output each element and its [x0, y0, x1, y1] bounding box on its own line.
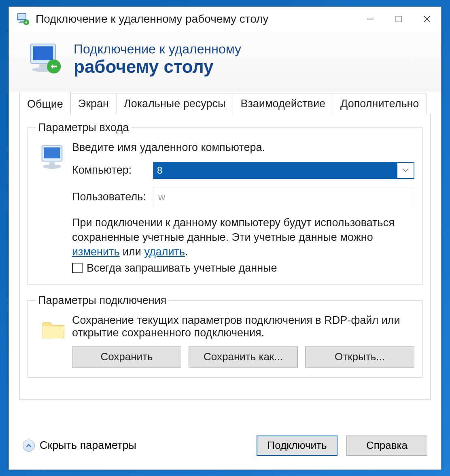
header: Подключение к удаленному рабочему столу: [9, 31, 441, 92]
hide-options-label: Скрыть параметры: [40, 439, 136, 452]
tab-panel-general: Параметры входа Введите имя удаленного к…: [19, 114, 431, 400]
minimize-button[interactable]: [356, 9, 384, 29]
folder-icon: [36, 314, 72, 343]
tab-general[interactable]: Общие: [19, 92, 71, 115]
user-field[interactable]: w: [153, 187, 414, 207]
edit-creds-link[interactable]: изменить: [72, 246, 119, 258]
maximize-button[interactable]: [384, 9, 413, 29]
titlebar: Подключение к удаленному рабочему столу: [9, 7, 441, 31]
svg-rect-15: [44, 147, 60, 158]
conn-group-legend: Параметры подключения: [36, 294, 169, 307]
rdp-dialog: Подключение к удаленному рабочему столу: [8, 6, 442, 470]
tabs: Общие Экран Локальные ресурсы Взаимодейс…: [9, 92, 441, 114]
computer-value[interactable]: 8: [154, 163, 397, 178]
chevron-down-icon[interactable]: [397, 163, 414, 178]
save-as-button[interactable]: Сохранить как...: [189, 346, 298, 368]
window-controls: [356, 9, 441, 29]
user-label: Пользователь:: [72, 191, 153, 203]
conn-group: Параметры подключения Сохранение текущих…: [27, 294, 423, 378]
login-group-legend: Параметры входа: [36, 121, 131, 134]
login-prompt: Введите имя удаленного компьютера.: [72, 141, 414, 154]
close-button[interactable]: [413, 9, 441, 29]
svg-rect-10: [33, 46, 53, 60]
computer-icon: [36, 141, 72, 172]
hide-options-toggle[interactable]: Скрыть параметры: [23, 439, 136, 452]
tab-local-resources[interactable]: Локальные ресурсы: [116, 93, 233, 114]
app-icon: [15, 11, 32, 28]
computer-combobox[interactable]: 8: [153, 162, 414, 179]
help-button[interactable]: Справка: [346, 436, 427, 456]
tab-display[interactable]: Экран: [70, 93, 117, 114]
header-text: Подключение к удаленному рабочему столу: [74, 42, 241, 77]
footer: Скрыть параметры Подключить Справка: [9, 427, 441, 470]
always-prompt-checkbox[interactable]: Всегда запрашивать учетные данные: [72, 262, 414, 274]
collapse-up-icon[interactable]: [23, 440, 35, 452]
save-button[interactable]: Сохранить: [72, 346, 181, 368]
svg-rect-1: [18, 14, 25, 19]
header-icon: [25, 39, 66, 80]
svg-rect-2: [20, 21, 24, 22]
delete-creds-link[interactable]: удалить: [144, 246, 185, 258]
login-group: Параметры входа Введите имя удаленного к…: [27, 121, 423, 285]
checkbox-label: Всегда запрашивать учетные данные: [87, 262, 277, 274]
tab-advanced[interactable]: Дополнительно: [333, 93, 427, 114]
checkbox-icon[interactable]: [72, 263, 83, 273]
conn-desc: Сохранение текущих параметров подключени…: [72, 314, 414, 339]
svg-point-17: [43, 164, 61, 168]
header-line2: рабочему столу: [74, 57, 241, 77]
tab-experience[interactable]: Взаимодействие: [233, 93, 333, 114]
svg-rect-6: [396, 16, 401, 22]
window-title: Подключение к удаленному рабочему столу: [36, 13, 269, 26]
computer-label: Компьютер:: [72, 164, 153, 176]
saved-creds-text: При подключении к данному компьютеру буд…: [72, 215, 414, 259]
header-line1: Подключение к удаленному: [74, 42, 241, 57]
connect-button[interactable]: Подключить: [257, 436, 338, 456]
open-button[interactable]: Открыть...: [305, 346, 414, 368]
svg-rect-11: [39, 64, 47, 67]
